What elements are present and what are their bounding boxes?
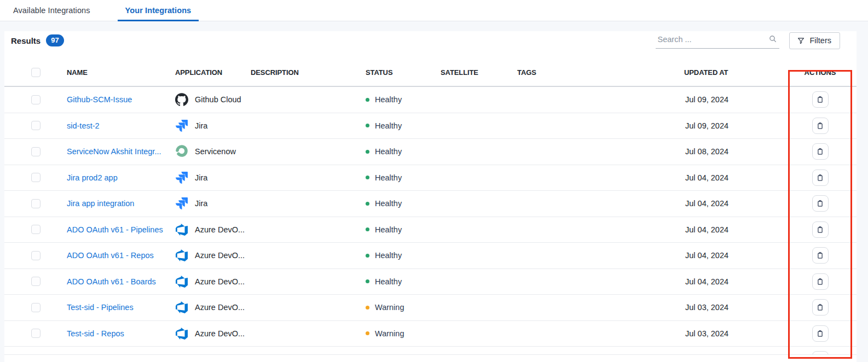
azure-devops-icon <box>175 249 188 262</box>
actions-cell <box>744 273 857 290</box>
actions-cell <box>744 118 857 134</box>
filters-button-label: Filters <box>810 36 831 45</box>
application-cell: Servicenow <box>175 145 251 158</box>
status-cell: Healthy <box>366 199 441 208</box>
integration-name-link[interactable]: sid-test-2 <box>67 121 175 130</box>
row-checkbox[interactable] <box>31 95 40 104</box>
delete-button[interactable] <box>812 170 829 186</box>
status-cell: Healthy <box>366 147 441 156</box>
delete-button[interactable] <box>812 247 829 264</box>
delete-button[interactable] <box>812 325 829 342</box>
header-updated-at: UPDATED AT <box>684 68 744 77</box>
github-icon <box>175 93 188 106</box>
row-checkbox[interactable] <box>31 251 40 260</box>
row-checkbox-cell <box>4 251 67 260</box>
integration-name-link[interactable]: ServiceNow Akshit Integr... <box>67 147 175 156</box>
status-cell: Healthy <box>366 121 441 130</box>
row-checkbox[interactable] <box>31 173 40 182</box>
table-row: sid-test-2 Jira <box>4 113 857 139</box>
application-cell: Azure DevO... <box>175 301 251 314</box>
delete-button[interactable] <box>812 118 829 134</box>
tab-available-integrations[interactable]: Available Integrations <box>5 0 98 21</box>
integration-name-link[interactable]: ADO OAuth v61 - Boards <box>67 277 175 286</box>
status-dot <box>366 202 369 206</box>
table-row: Jira prod2 app Ji <box>4 165 857 191</box>
status-dot <box>366 279 369 283</box>
row-checkbox[interactable] <box>31 329 40 338</box>
delete-button[interactable] <box>812 351 829 355</box>
azure-devops-icon <box>175 275 188 288</box>
application-label: Servicenow <box>195 147 236 156</box>
status-dot <box>366 124 369 127</box>
updated-at-cell: Jul 09, 2024 <box>684 121 744 130</box>
status-dot <box>366 331 369 335</box>
application-label: Jira <box>195 173 207 182</box>
delete-button[interactable] <box>812 91 829 108</box>
row-checkbox[interactable] <box>31 121 40 130</box>
application-label: Jira <box>195 121 207 130</box>
row-checkbox[interactable] <box>31 225 40 234</box>
status-dot <box>366 150 369 154</box>
integration-name-link[interactable]: ADO OAuth v61 - Pipelines <box>67 225 175 234</box>
actions-cell <box>744 347 857 355</box>
table-row: Github-SCM-Issue <box>4 87 857 113</box>
integration-name-link[interactable]: Test-sid - Repos <box>67 329 175 338</box>
search-field-wrap <box>656 32 779 49</box>
application-label: Azure DevO... <box>195 251 245 260</box>
status-label: Healthy <box>375 277 402 286</box>
delete-button[interactable] <box>812 221 829 238</box>
actions-cell <box>744 91 857 108</box>
select-all-checkbox[interactable] <box>31 68 40 77</box>
table-row: Jira app integration <box>4 191 857 217</box>
header-tags: TAGS <box>517 68 684 77</box>
application-label: Azure DevO... <box>195 225 245 234</box>
row-checkbox[interactable] <box>31 303 40 312</box>
status-label: Healthy <box>375 95 402 104</box>
application-label: Jira <box>195 199 207 208</box>
header-name: NAME <box>67 68 175 77</box>
integrations-panel: Results 97 Filters NAME APPLICATION <box>4 31 857 362</box>
status-cell: Healthy <box>366 251 441 260</box>
servicenow-icon <box>175 145 188 158</box>
toolbar: Results 97 Filters <box>4 31 857 50</box>
table-row: Test-sid - Pipelines <box>4 295 857 321</box>
table-header-row: NAME APPLICATION DESCRIPTION STATUS SATE… <box>4 59 857 87</box>
integration-name-link[interactable]: Jira prod2 app <box>67 173 175 182</box>
updated-at-cell: Jul 09, 2024 <box>684 95 744 104</box>
delete-button[interactable] <box>812 143 829 160</box>
delete-button[interactable] <box>812 273 829 290</box>
row-checkbox[interactable] <box>31 277 40 286</box>
application-cell: Azure DevO... <box>175 223 251 236</box>
integration-name-link[interactable]: Jira app integration <box>67 199 175 208</box>
filters-button[interactable]: Filters <box>789 32 840 49</box>
updated-at-cell: Jul 04, 2024 <box>684 251 744 260</box>
integration-name-link[interactable]: Test-sid - Pipelines <box>67 303 175 312</box>
row-checkbox[interactable] <box>31 199 40 208</box>
row-checkbox[interactable] <box>31 147 40 156</box>
search-icon[interactable] <box>768 34 777 43</box>
delete-button[interactable] <box>812 299 829 316</box>
search-input[interactable] <box>656 35 779 46</box>
status-label: Warning <box>375 303 404 312</box>
actions-cell <box>744 143 857 160</box>
updated-at-cell: Jul 04, 2024 <box>684 225 744 234</box>
delete-button[interactable] <box>812 195 829 212</box>
row-checkbox-cell <box>4 225 67 234</box>
updated-at-cell: Jul 04, 2024 <box>684 199 744 208</box>
table-row: ADO OAuth v61 - Boards <box>4 269 857 295</box>
table-row: ADO OAuth v61 - Repos <box>4 243 857 269</box>
updated-at-cell: Jul 04, 2024 <box>684 277 744 286</box>
jira-icon <box>175 171 188 184</box>
application-cell: Azure DevO... <box>175 249 251 262</box>
status-cell: Healthy <box>366 277 441 286</box>
jira-icon <box>175 197 188 210</box>
tab-your-integrations[interactable]: Your Integrations <box>118 0 199 21</box>
filter-funnel-icon <box>797 37 805 45</box>
status-cell: Healthy <box>366 225 441 234</box>
integration-name-link[interactable]: ADO OAuth v61 - Repos <box>67 251 175 260</box>
row-checkbox-cell <box>4 329 67 338</box>
row-checkbox-cell <box>4 173 67 182</box>
integration-name-link[interactable]: Github-SCM-Issue <box>67 95 175 104</box>
application-label: Github Cloud <box>195 95 241 104</box>
header-checkbox-cell <box>4 68 67 77</box>
